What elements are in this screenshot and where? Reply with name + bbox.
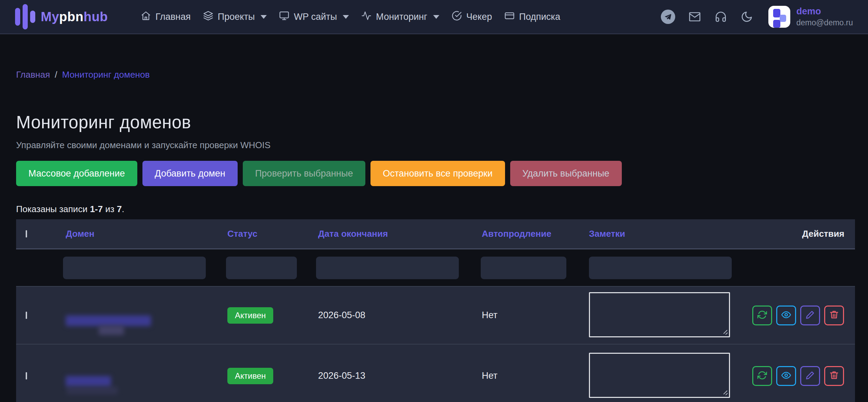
column-header-expiry[interactable]: Дата окончания (318, 229, 482, 239)
column-header-domain[interactable]: Домен (66, 229, 227, 239)
row-checkbox[interactable] (26, 372, 27, 379)
user-name: demo (796, 6, 853, 17)
bulk-add-button[interactable]: Массовое добавление (16, 161, 137, 186)
moon-icon[interactable] (740, 10, 753, 23)
expiry-date: 2026-05-08 (318, 310, 482, 321)
trash-icon (829, 310, 839, 321)
telegram-icon[interactable] (661, 10, 675, 24)
top-navbar: Mypbnhub Главная Проекты WP сайты Монито… (0, 0, 868, 34)
nav-item-subscription[interactable]: Подписка (504, 11, 560, 23)
breadcrumb-current-link[interactable]: Мониторинг доменов (62, 69, 150, 80)
edit-domain-button[interactable] (800, 306, 820, 325)
refresh-icon (757, 371, 767, 381)
edit-domain-button[interactable] (800, 366, 820, 386)
credit-card-icon (504, 11, 515, 23)
trash-icon (829, 371, 839, 381)
notes-textarea[interactable] (589, 292, 730, 337)
nav-label: Главная (155, 12, 191, 22)
status-badge: Активен (227, 368, 273, 384)
chevron-down-icon (343, 15, 349, 19)
nav-label: Подписка (519, 12, 560, 22)
filter-notes-input[interactable] (589, 257, 732, 279)
eye-icon (781, 310, 791, 321)
nav-item-monitoring[interactable]: Мониторинг (361, 11, 439, 23)
row-actions (752, 366, 855, 386)
nav-item-wp-sites[interactable]: WP сайты (279, 11, 349, 23)
user-email: demo@demo.ru (796, 18, 853, 27)
breadcrumb: Главная / Мониторинг доменов (16, 69, 852, 80)
notes-textarea[interactable] (589, 353, 730, 398)
refresh-icon (757, 310, 767, 321)
avatar (768, 6, 790, 28)
view-domain-button[interactable] (776, 306, 796, 325)
filter-autorenew-input[interactable] (481, 257, 566, 279)
nav-label: Мониторинг (376, 12, 427, 22)
filter-expiry-input[interactable] (316, 257, 459, 279)
records-summary: Показаны записи 1-7 из 7. (16, 204, 852, 215)
row-actions (752, 306, 855, 325)
eye-icon (781, 371, 791, 381)
check-selected-button[interactable]: Проверить выбранные (243, 161, 365, 186)
page-title: Мониторинг доменов (16, 112, 852, 132)
breadcrumb-separator: / (55, 69, 57, 80)
toolbar: Массовое добавление Добавить домен Прове… (16, 161, 852, 186)
headphones-icon[interactable] (714, 10, 727, 23)
row-checkbox[interactable] (26, 312, 27, 319)
delete-domain-button[interactable] (824, 306, 844, 325)
filter-status-input[interactable] (226, 257, 297, 279)
breadcrumb-home-link[interactable]: Главная (16, 69, 50, 80)
navbar-right: demo demo@demo.ru (661, 6, 853, 28)
mail-icon[interactable] (688, 10, 701, 23)
page-subtitle: Управляйте своими доменами и запускайте … (16, 140, 852, 151)
table-row: Активен 2026-05-08 Нет (16, 286, 855, 344)
refresh-check-button[interactable] (752, 306, 772, 325)
column-header-status[interactable]: Статус (227, 229, 318, 239)
layers-icon (203, 11, 213, 23)
check-circle-icon (452, 11, 462, 23)
autorenew-value: Нет (482, 310, 589, 321)
nav-label: Проекты (218, 12, 255, 22)
delete-domain-button[interactable] (824, 366, 844, 386)
brand-logo[interactable]: Mypbnhub (15, 3, 108, 30)
view-domain-button[interactable] (776, 366, 796, 386)
home-icon (141, 11, 151, 23)
pencil-icon (805, 310, 815, 321)
delete-selected-button[interactable]: Удалить выбранные (510, 161, 622, 186)
nav-item-projects[interactable]: Проекты (203, 11, 267, 23)
user-menu[interactable]: demo demo@demo.ru (768, 6, 853, 28)
refresh-check-button[interactable] (752, 366, 772, 386)
chevron-down-icon (261, 15, 267, 19)
domains-table: Домен Статус Дата окончания Автопродлени… (16, 219, 855, 402)
nav-item-checker[interactable]: Чекер (452, 11, 492, 23)
add-domain-button[interactable]: Добавить домен (142, 161, 238, 186)
expiry-date: 2026-05-13 (318, 371, 482, 381)
activity-icon (361, 11, 372, 23)
pencil-icon (805, 371, 815, 381)
table-row: Активен 2026-05-13 Нет (16, 344, 855, 402)
nav-label: Чекер (466, 12, 492, 22)
brand-bars-icon (15, 3, 35, 30)
status-badge: Активен (227, 307, 273, 324)
nav-item-home[interactable]: Главная (141, 11, 191, 23)
monitor-icon (279, 11, 289, 23)
main-nav: Главная Проекты WP сайты Мониторинг Чеке… (141, 11, 560, 23)
column-header-notes[interactable]: Заметки (589, 229, 752, 239)
column-header-actions: Действия (752, 229, 855, 239)
table-header-row: Домен Статус Дата окончания Автопродлени… (16, 219, 855, 249)
brand-name: Mypbnhub (41, 10, 108, 24)
stop-all-checks-button[interactable]: Остановить все проверки (370, 161, 505, 186)
filter-domain-input[interactable] (63, 257, 206, 279)
select-all-checkbox[interactable] (26, 230, 27, 237)
column-header-autorenew[interactable]: Автопродление (482, 229, 589, 239)
chevron-down-icon (433, 15, 439, 19)
main-content: Главная / Мониторинг доменов Мониторинг … (0, 69, 868, 402)
nav-label: WP сайты (294, 12, 337, 22)
autorenew-value: Нет (482, 371, 589, 381)
filter-row (16, 249, 855, 286)
